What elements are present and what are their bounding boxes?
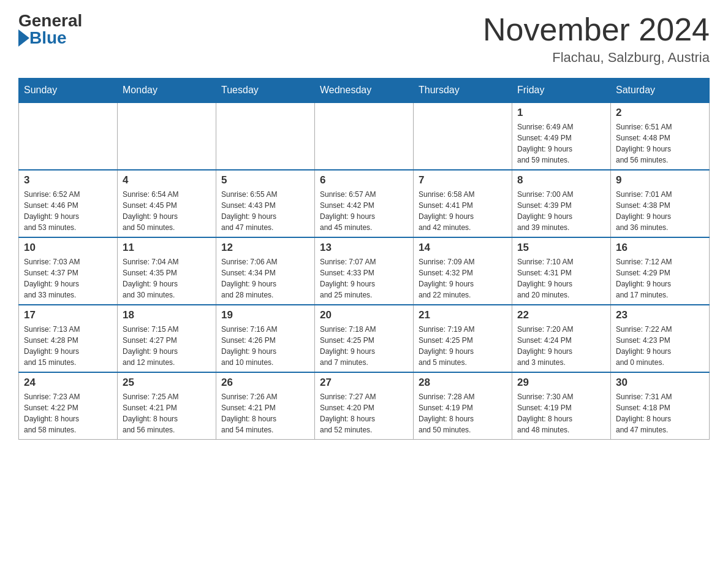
day-number: 9 bbox=[616, 174, 704, 186]
day-info: Sunrise: 7:03 AM Sunset: 4:37 PM Dayligh… bbox=[24, 256, 112, 301]
day-cell bbox=[315, 102, 414, 170]
weekday-header-monday: Monday bbox=[118, 79, 216, 103]
header: General Blue November 2024 Flachau, Salz… bbox=[18, 12, 710, 66]
day-info: Sunrise: 7:25 AM Sunset: 4:21 PM Dayligh… bbox=[123, 391, 211, 435]
weekday-header-sunday: Sunday bbox=[19, 79, 118, 103]
day-cell bbox=[216, 102, 315, 170]
day-cell: 12Sunrise: 7:06 AM Sunset: 4:34 PM Dayli… bbox=[216, 237, 315, 305]
weekday-header-tuesday: Tuesday bbox=[216, 79, 315, 103]
logo-general-text: General bbox=[18, 12, 82, 29]
day-info: Sunrise: 7:19 AM Sunset: 4:25 PM Dayligh… bbox=[419, 324, 507, 368]
day-cell: 17Sunrise: 7:13 AM Sunset: 4:28 PM Dayli… bbox=[19, 305, 118, 372]
day-cell: 27Sunrise: 7:27 AM Sunset: 4:20 PM Dayli… bbox=[315, 372, 414, 440]
week-row-2: 3Sunrise: 6:52 AM Sunset: 4:46 PM Daylig… bbox=[19, 170, 710, 237]
day-number: 7 bbox=[419, 174, 507, 186]
week-row-3: 10Sunrise: 7:03 AM Sunset: 4:37 PM Dayli… bbox=[19, 237, 710, 305]
day-cell: 30Sunrise: 7:31 AM Sunset: 4:18 PM Dayli… bbox=[611, 372, 710, 440]
day-number: 30 bbox=[616, 377, 704, 389]
day-number: 4 bbox=[123, 174, 211, 186]
day-info: Sunrise: 7:13 AM Sunset: 4:28 PM Dayligh… bbox=[24, 324, 112, 368]
day-info: Sunrise: 7:28 AM Sunset: 4:19 PM Dayligh… bbox=[419, 391, 507, 435]
day-number: 13 bbox=[320, 242, 408, 254]
day-number: 6 bbox=[320, 174, 408, 186]
day-info: Sunrise: 7:27 AM Sunset: 4:20 PM Dayligh… bbox=[320, 391, 408, 435]
day-info: Sunrise: 7:09 AM Sunset: 4:32 PM Dayligh… bbox=[419, 256, 507, 301]
day-cell: 25Sunrise: 7:25 AM Sunset: 4:21 PM Dayli… bbox=[118, 372, 216, 440]
day-info: Sunrise: 6:57 AM Sunset: 4:42 PM Dayligh… bbox=[320, 189, 408, 233]
day-cell: 21Sunrise: 7:19 AM Sunset: 4:25 PM Dayli… bbox=[414, 305, 512, 372]
day-number: 25 bbox=[123, 377, 211, 389]
day-info: Sunrise: 7:15 AM Sunset: 4:27 PM Dayligh… bbox=[123, 324, 211, 368]
day-info: Sunrise: 7:10 AM Sunset: 4:31 PM Dayligh… bbox=[517, 256, 605, 301]
day-cell bbox=[118, 102, 216, 170]
title-area: November 2024 Flachau, Salzburg, Austria bbox=[483, 12, 710, 66]
day-info: Sunrise: 7:06 AM Sunset: 4:34 PM Dayligh… bbox=[221, 256, 309, 301]
day-cell: 4Sunrise: 6:54 AM Sunset: 4:45 PM Daylig… bbox=[118, 170, 216, 237]
day-cell: 11Sunrise: 7:04 AM Sunset: 4:35 PM Dayli… bbox=[118, 237, 216, 305]
week-row-4: 17Sunrise: 7:13 AM Sunset: 4:28 PM Dayli… bbox=[19, 305, 710, 372]
day-number: 3 bbox=[24, 174, 112, 186]
day-number: 24 bbox=[24, 377, 112, 389]
day-info: Sunrise: 6:54 AM Sunset: 4:45 PM Dayligh… bbox=[123, 189, 211, 233]
day-info: Sunrise: 6:52 AM Sunset: 4:46 PM Dayligh… bbox=[24, 189, 112, 233]
day-number: 22 bbox=[517, 309, 605, 321]
day-number: 20 bbox=[320, 309, 408, 321]
day-cell: 18Sunrise: 7:15 AM Sunset: 4:27 PM Dayli… bbox=[118, 305, 216, 372]
weekday-header-friday: Friday bbox=[512, 79, 611, 103]
day-cell bbox=[414, 102, 512, 170]
day-cell: 8Sunrise: 7:00 AM Sunset: 4:39 PM Daylig… bbox=[512, 170, 611, 237]
day-info: Sunrise: 6:51 AM Sunset: 4:48 PM Dayligh… bbox=[616, 121, 704, 166]
day-cell: 16Sunrise: 7:12 AM Sunset: 4:29 PM Dayli… bbox=[611, 237, 710, 305]
day-info: Sunrise: 7:26 AM Sunset: 4:21 PM Dayligh… bbox=[221, 391, 309, 435]
day-number: 19 bbox=[221, 309, 309, 321]
day-cell: 23Sunrise: 7:22 AM Sunset: 4:23 PM Dayli… bbox=[611, 305, 710, 372]
day-cell: 6Sunrise: 6:57 AM Sunset: 4:42 PM Daylig… bbox=[315, 170, 414, 237]
day-number: 16 bbox=[616, 242, 704, 254]
day-number: 10 bbox=[24, 242, 112, 254]
weekday-header-wednesday: Wednesday bbox=[315, 79, 414, 103]
day-info: Sunrise: 7:07 AM Sunset: 4:33 PM Dayligh… bbox=[320, 256, 408, 301]
day-cell: 3Sunrise: 6:52 AM Sunset: 4:46 PM Daylig… bbox=[19, 170, 118, 237]
day-info: Sunrise: 7:12 AM Sunset: 4:29 PM Dayligh… bbox=[616, 256, 704, 301]
day-cell: 29Sunrise: 7:30 AM Sunset: 4:19 PM Dayli… bbox=[512, 372, 611, 440]
day-info: Sunrise: 7:23 AM Sunset: 4:22 PM Dayligh… bbox=[24, 391, 112, 435]
day-info: Sunrise: 7:30 AM Sunset: 4:19 PM Dayligh… bbox=[517, 391, 605, 435]
day-number: 17 bbox=[24, 309, 112, 321]
weekday-header-saturday: Saturday bbox=[611, 79, 710, 103]
day-number: 29 bbox=[517, 377, 605, 389]
day-cell: 26Sunrise: 7:26 AM Sunset: 4:21 PM Dayli… bbox=[216, 372, 315, 440]
day-cell: 20Sunrise: 7:18 AM Sunset: 4:25 PM Dayli… bbox=[315, 305, 414, 372]
day-info: Sunrise: 7:01 AM Sunset: 4:38 PM Dayligh… bbox=[616, 189, 704, 233]
week-row-5: 24Sunrise: 7:23 AM Sunset: 4:22 PM Dayli… bbox=[19, 372, 710, 440]
day-number: 5 bbox=[221, 174, 309, 186]
day-number: 12 bbox=[221, 242, 309, 254]
day-cell: 15Sunrise: 7:10 AM Sunset: 4:31 PM Dayli… bbox=[512, 237, 611, 305]
day-number: 27 bbox=[320, 377, 408, 389]
day-info: Sunrise: 6:55 AM Sunset: 4:43 PM Dayligh… bbox=[221, 189, 309, 233]
logo: General Blue bbox=[18, 12, 82, 47]
day-info: Sunrise: 7:16 AM Sunset: 4:26 PM Dayligh… bbox=[221, 324, 309, 368]
day-cell: 28Sunrise: 7:28 AM Sunset: 4:19 PM Dayli… bbox=[414, 372, 512, 440]
weekday-header-row: SundayMondayTuesdayWednesdayThursdayFrid… bbox=[19, 79, 710, 103]
calendar-table: SundayMondayTuesdayWednesdayThursdayFrid… bbox=[18, 78, 710, 440]
day-info: Sunrise: 6:49 AM Sunset: 4:49 PM Dayligh… bbox=[517, 121, 605, 166]
day-cell: 24Sunrise: 7:23 AM Sunset: 4:22 PM Dayli… bbox=[19, 372, 118, 440]
day-cell: 13Sunrise: 7:07 AM Sunset: 4:33 PM Dayli… bbox=[315, 237, 414, 305]
day-info: Sunrise: 7:20 AM Sunset: 4:24 PM Dayligh… bbox=[517, 324, 605, 368]
day-number: 18 bbox=[123, 309, 211, 321]
day-info: Sunrise: 7:22 AM Sunset: 4:23 PM Dayligh… bbox=[616, 324, 704, 368]
day-info: Sunrise: 7:00 AM Sunset: 4:39 PM Dayligh… bbox=[517, 189, 605, 233]
day-number: 8 bbox=[517, 174, 605, 186]
weekday-header-thursday: Thursday bbox=[414, 79, 512, 103]
logo-blue-text: Blue bbox=[29, 29, 67, 47]
day-cell: 10Sunrise: 7:03 AM Sunset: 4:37 PM Dayli… bbox=[19, 237, 118, 305]
day-cell: 14Sunrise: 7:09 AM Sunset: 4:32 PM Dayli… bbox=[414, 237, 512, 305]
day-cell: 5Sunrise: 6:55 AM Sunset: 4:43 PM Daylig… bbox=[216, 170, 315, 237]
day-number: 15 bbox=[517, 242, 605, 254]
day-number: 1 bbox=[517, 107, 605, 119]
day-cell: 19Sunrise: 7:16 AM Sunset: 4:26 PM Dayli… bbox=[216, 305, 315, 372]
calendar-body: 1Sunrise: 6:49 AM Sunset: 4:49 PM Daylig… bbox=[19, 102, 710, 440]
day-cell: 2Sunrise: 6:51 AM Sunset: 4:48 PM Daylig… bbox=[611, 102, 710, 170]
day-info: Sunrise: 6:58 AM Sunset: 4:41 PM Dayligh… bbox=[419, 189, 507, 233]
day-number: 14 bbox=[419, 242, 507, 254]
